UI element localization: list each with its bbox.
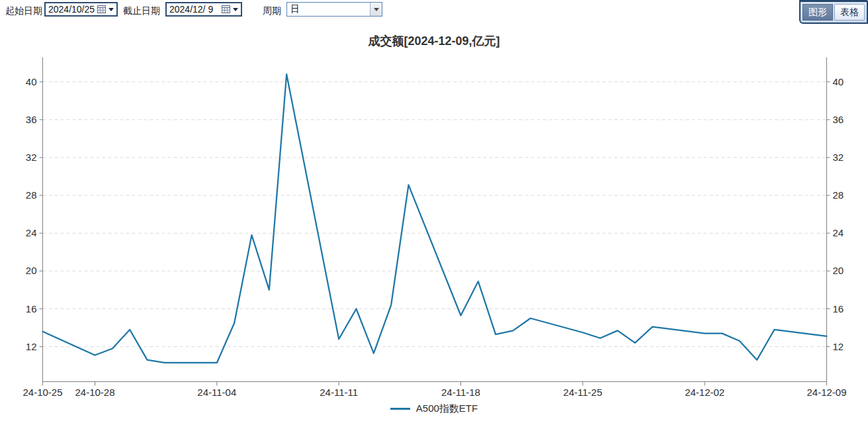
x-tick-label: 24-11-18 (441, 387, 480, 398)
legend-series-label: A500指数ETF (416, 403, 478, 415)
x-tick-label: 24-11-11 (320, 387, 358, 398)
start-date-input[interactable]: 2024/10/25 (44, 2, 118, 17)
period-value: 日 (287, 3, 370, 15)
series-line-A500指数ETF (43, 74, 827, 363)
y-tick-label-left: 36 (26, 114, 37, 125)
table-view-button[interactable]: 表格 (834, 4, 865, 21)
start-date-label: 起始日期 (5, 5, 42, 17)
end-date-value[interactable]: 2024/12/ 9 (169, 4, 222, 15)
y-tick-label-left: 40 (26, 76, 37, 87)
x-tick-label: 24-10-28 (75, 387, 114, 398)
view-switch: 图形 表格 (799, 0, 868, 24)
legend-line-swatch (390, 408, 410, 410)
y-tick-label-left: 28 (26, 189, 37, 201)
y-tick-label-right: 24 (833, 227, 844, 238)
y-tick-label-right: 12 (833, 341, 844, 352)
start-date-dropdown-arrow-icon[interactable] (108, 8, 114, 11)
period-dropdown-button[interactable] (370, 3, 382, 16)
turnover-line-chart: 1212161620202424282832323636404024-10-25… (0, 53, 868, 403)
legend: A500指数ETF (0, 403, 868, 415)
y-tick-label-right: 36 (833, 114, 844, 125)
end-date-label: 截止日期 (123, 5, 160, 17)
period-label: 周期 (263, 5, 281, 17)
chevron-down-icon (374, 8, 379, 11)
calendar-icon (97, 5, 106, 13)
end-date-dropdown-arrow-icon[interactable] (233, 8, 238, 11)
y-tick-label-right: 40 (833, 76, 844, 87)
y-tick-label-right: 28 (833, 189, 844, 201)
x-tick-label: 24-11-25 (563, 387, 602, 398)
x-tick-label: 24-12-09 (806, 387, 846, 398)
y-tick-label-right: 16 (833, 303, 844, 314)
x-tick-label: 24-12-02 (685, 387, 724, 398)
x-tick-label: 24-10-25 (22, 387, 62, 398)
toolbar: 起始日期 2024/10/25 截止日期 2024/12/ 9 周期 日 (0, 0, 868, 21)
y-tick-label-left: 32 (26, 152, 37, 163)
y-tick-label-left: 24 (26, 227, 37, 238)
y-tick-label-left: 16 (26, 303, 37, 314)
y-tick-label-right: 32 (833, 152, 844, 163)
graph-view-button[interactable]: 图形 (803, 4, 833, 21)
y-tick-label-left: 12 (26, 341, 37, 352)
calendar-icon (222, 5, 230, 13)
chart-title: 成交额[2024-12-09,亿元] (0, 33, 868, 49)
y-tick-label-left: 20 (26, 265, 37, 276)
period-select[interactable]: 日 (286, 2, 382, 17)
end-date-input[interactable]: 2024/12/ 9 (165, 2, 242, 17)
y-tick-label-right: 20 (833, 265, 844, 276)
start-date-value[interactable]: 2024/10/25 (48, 4, 97, 15)
x-tick-label: 24-11-04 (197, 387, 236, 398)
